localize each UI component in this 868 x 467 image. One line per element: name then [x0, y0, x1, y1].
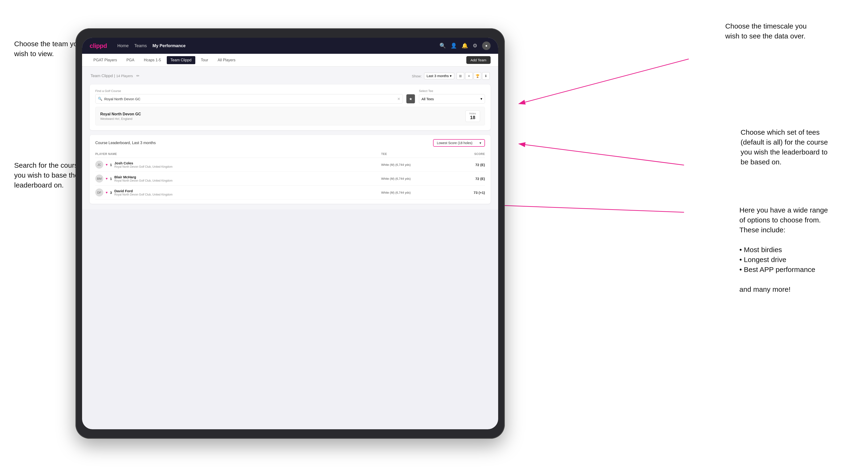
tee-chevron-icon: ▾: [480, 97, 483, 101]
favorite-button[interactable]: ★: [406, 94, 415, 103]
score-type-dropdown[interactable]: Lowest Score (18 holes) ▾: [433, 139, 485, 147]
nav-links: Home Teams My Performance: [118, 43, 186, 49]
player-tee-3: White (M) (6,744 yds): [381, 191, 447, 194]
nav-my-performance[interactable]: My Performance: [153, 43, 186, 49]
search-filter-section: Find a Golf Course 🔍 Royal North Devon G…: [90, 85, 491, 130]
download-button[interactable]: ⬇: [482, 72, 490, 80]
user-icon[interactable]: 👤: [451, 43, 457, 49]
tee-select-label: Select Tee: [419, 89, 485, 93]
course-result-location: Westward Ho!, England: [100, 117, 141, 121]
team-name: Team Clippd | 14 Players: [91, 73, 134, 78]
app-logo: clippd: [90, 42, 107, 50]
player-avatar-2: BM: [95, 175, 103, 183]
holes-value: 18: [469, 115, 476, 120]
course-search-value: Royal North Devon GC: [104, 97, 396, 101]
holes-box: Holes 18: [465, 111, 480, 122]
annotation-top-left: Choose the team you wish to view.: [14, 39, 81, 59]
player-club-3: Royal North Devon Golf Club, United King…: [115, 193, 173, 196]
player-info-3: DF ♥ 3 David Ford Royal North Devon Golf…: [95, 188, 381, 196]
user-avatar[interactable]: ●: [482, 41, 491, 50]
show-label: Show:: [412, 74, 422, 78]
bell-icon[interactable]: 🔔: [462, 43, 468, 49]
heart-icon-1[interactable]: ♥: [106, 163, 107, 166]
sub-nav-right: Add Team: [466, 56, 491, 64]
player-name-3: David Ford: [115, 189, 173, 193]
nav-teams[interactable]: Teams: [134, 43, 147, 49]
tablet-device: clippd Home Teams My Performance 🔍 👤 🔔 ⚙…: [75, 28, 505, 439]
leaderboard-section: Course Leaderboard, Last 3 months Lowest…: [90, 135, 491, 204]
sub-nav-all-players[interactable]: All Players: [214, 56, 239, 64]
course-result: Royal North Devon GC Westward Ho!, Engla…: [95, 107, 485, 125]
table-row: DF ♥ 3 David Ford Royal North Devon Golf…: [95, 186, 485, 199]
player-tee-2: White (M) (6,744 yds): [381, 177, 447, 181]
col-player-name: PLAYER NAME: [95, 152, 381, 156]
timescale-dropdown[interactable]: Last 3 months ▾: [424, 73, 454, 79]
svg-line-3: [519, 144, 684, 165]
course-info: Royal North Devon GC Westward Ho!, Engla…: [100, 112, 141, 121]
svg-line-5: [495, 205, 684, 212]
player-details-1: Josh Coles Royal North Devon Golf Club, …: [115, 161, 173, 168]
player-club-1: Royal North Devon Golf Club, United King…: [115, 165, 173, 168]
annotation-mid-right: Choose which set of tees (default is all…: [741, 127, 828, 167]
nav-home[interactable]: Home: [118, 43, 129, 49]
holes-label: Holes: [469, 112, 476, 115]
tee-dropdown[interactable]: All Tees ▾: [419, 94, 485, 103]
annotation-top-right: Choose the timescale you wish to see the…: [725, 21, 807, 41]
player-score-3: 73 (+1): [447, 191, 485, 195]
list-view-button[interactable]: ≡: [465, 72, 473, 80]
sub-nav-pga[interactable]: PGA: [123, 56, 138, 64]
player-name-2: Blair McHarg: [115, 175, 173, 179]
svg-line-2: [519, 59, 689, 104]
sub-nav-team-clippd[interactable]: Team Clippd: [167, 56, 195, 64]
score-chevron-icon: ▾: [479, 141, 481, 145]
main-content: Team Clippd | 14 Players ✏ Show: Last 3 …: [82, 66, 498, 210]
leaderboard-header: Course Leaderboard, Last 3 months Lowest…: [95, 139, 485, 147]
annotation-bottom-left: Search for the course you wish to base t…: [14, 160, 82, 190]
player-club-2: Royal North Devon Golf Club, United King…: [115, 179, 173, 182]
player-avatar-3: DF: [95, 188, 103, 196]
trophy-view-button[interactable]: 🏆: [474, 72, 481, 80]
search-icon[interactable]: 🔍: [439, 43, 446, 49]
search-small-icon: 🔍: [98, 97, 102, 101]
find-course-label: Find a Golf Course: [95, 89, 415, 93]
show-controls: Show: Last 3 months ▾ ⊞ ≡ 🏆 ⬇: [412, 72, 490, 80]
tee-select-field: Select Tee All Tees ▾: [419, 89, 485, 103]
edit-team-icon[interactable]: ✏: [136, 74, 140, 78]
leaderboard-table: PLAYER NAME TEE SCORE JC ♥ 1 Josh Coles: [95, 151, 485, 199]
chevron-down-icon: ▾: [450, 74, 452, 78]
player-info-1: JC ♥ 1 Josh Coles Royal North Devon Golf…: [95, 161, 381, 168]
view-toggle: ⊞ ≡ 🏆 ⬇: [457, 72, 490, 80]
player-tee-1: White (M) (6,744 yds): [381, 163, 447, 166]
grid-view-button[interactable]: ⊞: [457, 72, 464, 80]
col-score: SCORE: [447, 152, 485, 156]
nav-right: 🔍 👤 🔔 ⚙ ●: [439, 41, 491, 50]
table-header: PLAYER NAME TEE SCORE: [95, 151, 485, 158]
course-result-name: Royal North Devon GC: [100, 112, 141, 116]
sub-navbar: PGAT Players PGA Hcaps 1-5 Team Clippd T…: [82, 54, 498, 66]
player-name-1: Josh Coles: [115, 161, 173, 165]
player-info-2: BM ♥ 1 Blair McHarg Royal North Devon Go…: [95, 175, 381, 183]
team-title-area: Team Clippd | 14 Players ✏: [91, 73, 140, 78]
player-avatar-1: JC: [95, 161, 103, 168]
app-navbar: clippd Home Teams My Performance 🔍 👤 🔔 ⚙…: [82, 38, 498, 54]
heart-icon-2[interactable]: ♥: [106, 177, 107, 181]
player-score-1: 72 (E): [447, 163, 485, 167]
search-filter-row: Find a Golf Course 🔍 Royal North Devon G…: [95, 89, 485, 103]
course-search-input[interactable]: 🔍 Royal North Devon GC ✕: [95, 94, 403, 103]
sub-nav-tour[interactable]: Tour: [197, 56, 212, 64]
table-row: JC ♥ 1 Josh Coles Royal North Devon Golf…: [95, 158, 485, 172]
sub-nav-hcaps[interactable]: Hcaps 1-5: [140, 56, 165, 64]
player-details-3: David Ford Royal North Devon Golf Club, …: [115, 189, 173, 196]
player-score-2: 72 (E): [447, 177, 485, 181]
add-team-button[interactable]: Add Team: [466, 56, 491, 64]
player-details-2: Blair McHarg Royal North Devon Golf Club…: [115, 175, 173, 182]
annotation-bottom-right: Here you have a wide range of options to…: [739, 205, 828, 294]
tablet-screen: clippd Home Teams My Performance 🔍 👤 🔔 ⚙…: [82, 38, 498, 429]
leaderboard-title: Course Leaderboard, Last 3 months: [95, 141, 156, 145]
sub-nav-pgat[interactable]: PGAT Players: [90, 56, 121, 64]
col-tee: TEE: [381, 152, 447, 156]
heart-icon-3[interactable]: ♥: [106, 191, 107, 194]
clear-search-button[interactable]: ✕: [397, 97, 400, 101]
settings-icon[interactable]: ⚙: [473, 43, 477, 49]
team-header: Team Clippd | 14 Players ✏ Show: Last 3 …: [90, 72, 491, 80]
